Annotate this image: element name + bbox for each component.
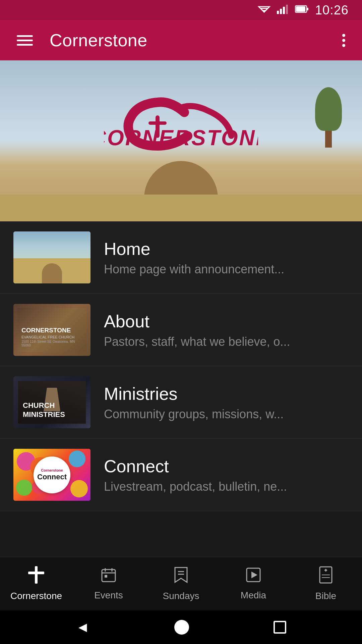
menu-line-1: [17, 35, 33, 37]
menu-text-home: Home Home page with announcement...: [104, 239, 349, 276]
bible-icon: [318, 566, 333, 587]
menu-text-connect: Connect Livestream, podcast, bulletin, n…: [104, 456, 349, 494]
about-title: About: [104, 311, 349, 331]
dot-1: [342, 34, 345, 37]
svg-rect-0: [277, 11, 279, 14]
hero-banner: CORNERSTONE: [0, 60, 362, 221]
svg-rect-16: [105, 575, 107, 578]
home-title: Home: [104, 239, 349, 259]
status-time: 10:26: [315, 3, 349, 17]
android-recents-button[interactable]: [274, 621, 286, 634]
svg-rect-2: [283, 7, 285, 14]
connect-title: Connect: [104, 456, 349, 476]
android-home-button[interactable]: [174, 620, 189, 635]
play-icon: [245, 567, 261, 587]
menu-line-2: [17, 40, 33, 41]
svg-rect-10: [35, 566, 38, 584]
nav-item-media[interactable]: Media: [217, 564, 290, 604]
menu-button[interactable]: [13, 32, 36, 49]
nav-label-events: Events: [94, 590, 123, 601]
menu-thumb-ministries: CHURCHMINISTRIES: [13, 376, 90, 428]
menu-thumb-home: [13, 231, 90, 283]
battery-icon: [295, 4, 309, 16]
bookmark-icon: [174, 566, 188, 587]
nav-label-sundays: Sundays: [163, 591, 199, 601]
svg-rect-3: [286, 5, 288, 14]
connect-desc: Livestream, podcast, bulletin, ne...: [104, 480, 298, 494]
svg-rect-6: [307, 8, 308, 10]
android-nav-bar: ◄: [0, 610, 362, 644]
android-home-circle: [174, 620, 189, 635]
status-bar: 10:26: [0, 0, 362, 20]
nav-item-bible[interactable]: Bible: [290, 563, 362, 605]
dot-2: [342, 39, 345, 42]
menu-item-home[interactable]: Home Home page with announcement...: [0, 221, 362, 294]
menu-item-ministries[interactable]: CHURCHMINISTRIES Ministries Community gr…: [0, 366, 362, 439]
cross-icon: [28, 566, 44, 587]
dot-3: [342, 44, 345, 47]
thumb-ministry-label: CHURCHMINISTRIES: [23, 401, 81, 419]
thumb-about-address: 1500 11th Street SE Owatonna, MN 55060: [21, 340, 82, 347]
connect-logo-text: Cornerstone: [41, 468, 63, 472]
svg-rect-12: [102, 570, 115, 582]
about-desc: Pastors, staff, what we believe, o...: [104, 335, 298, 349]
cornerstone-logo-svg: CORNERSTONE: [104, 96, 258, 153]
nav-item-cornerstone[interactable]: Cornerstone: [0, 563, 72, 605]
android-back-button[interactable]: ◄: [76, 619, 90, 635]
menu-list: Home Home page with announcement... CORN…: [0, 221, 362, 511]
calendar-icon: [101, 567, 117, 587]
ministries-desc: Community groups, missions, w...: [104, 407, 298, 421]
menu-line-3: [17, 44, 33, 46]
menu-thumb-about: CORNERSTONE EVANGELICAL FREE CHURCH 1500…: [13, 304, 90, 356]
thumb-about-sub: EVANGELICAL FREE CHURCH: [21, 335, 82, 339]
menu-thumb-connect: Cornerstone Connect: [13, 449, 90, 501]
app-title: Cornerstone: [50, 30, 325, 50]
thumb-about-main: CORNERSTONE: [21, 327, 82, 334]
menu-text-about: About Pastors, staff, what we believe, o…: [104, 311, 349, 349]
nav-item-events[interactable]: Events: [72, 564, 145, 604]
nav-label-cornerstone: Cornerstone: [10, 591, 62, 601]
svg-text:CORNERSTONE: CORNERSTONE: [104, 126, 258, 150]
menu-text-ministries: Ministries Community groups, missions, w…: [104, 384, 349, 421]
nav-item-sundays[interactable]: Sundays: [145, 563, 217, 605]
more-options-button[interactable]: [339, 31, 349, 50]
status-icons: 10:26: [257, 3, 349, 17]
menu-item-about[interactable]: CORNERSTONE EVANGELICAL FREE CHURCH 1500…: [0, 294, 362, 366]
home-desc: Home page with announcement...: [104, 262, 298, 276]
signal-icon: [277, 4, 289, 16]
nav-label-media: Media: [241, 590, 266, 601]
bottom-nav: Cornerstone Events Sundays: [0, 557, 362, 610]
connect-label: Connect: [37, 473, 67, 481]
wifi-icon: [257, 4, 271, 16]
android-recents-square: [274, 621, 286, 634]
menu-item-connect[interactable]: Cornerstone Connect Connect Livestream, …: [0, 439, 362, 511]
nav-label-bible: Bible: [315, 591, 336, 601]
ministries-title: Ministries: [104, 384, 349, 404]
svg-rect-11: [28, 572, 44, 574]
svg-rect-5: [296, 6, 305, 12]
svg-marker-20: [251, 572, 257, 578]
app-bar: Cornerstone: [0, 20, 362, 60]
svg-rect-1: [280, 9, 282, 14]
